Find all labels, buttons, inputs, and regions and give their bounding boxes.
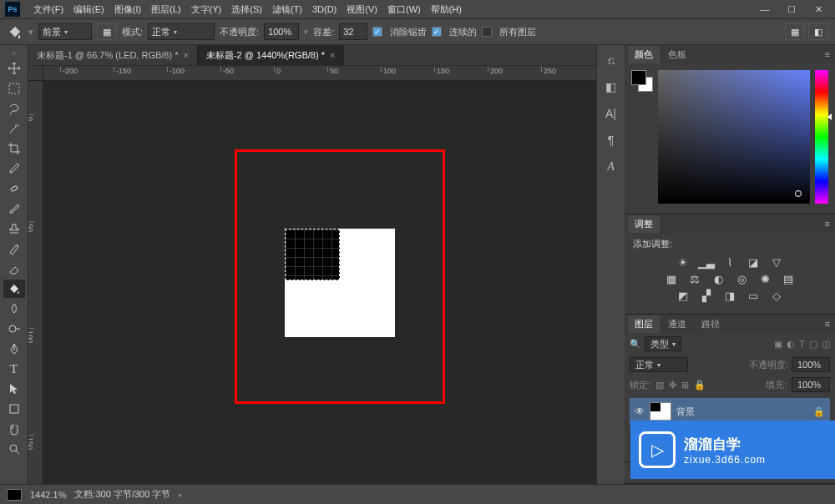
eraser-tool[interactable] bbox=[3, 260, 25, 278]
gradient-map-icon[interactable]: ▭ bbox=[746, 289, 761, 302]
tab-channels[interactable]: 通道 bbox=[661, 315, 693, 333]
maximize-button[interactable]: ☐ bbox=[780, 2, 803, 17]
tab-swatches[interactable]: 色板 bbox=[661, 46, 693, 63]
menu-window[interactable]: 窗口(W) bbox=[382, 2, 426, 18]
pen-tool[interactable] bbox=[3, 340, 25, 358]
lock-artboard-icon[interactable]: ⊞ bbox=[681, 380, 689, 391]
marquee-tool[interactable] bbox=[3, 79, 25, 98]
workspace-grid-icon[interactable]: ▦ bbox=[785, 23, 805, 40]
visibility-icon[interactable]: 👁 bbox=[635, 406, 645, 417]
fill-dropdown[interactable]: 前景▾ bbox=[38, 23, 92, 40]
blur-tool[interactable] bbox=[3, 300, 25, 318]
opacity-input[interactable]: 100% bbox=[264, 23, 299, 40]
threshold-icon[interactable]: ◨ bbox=[722, 289, 737, 302]
panel-menu-icon[interactable]: ≡ bbox=[825, 319, 830, 329]
menu-layer[interactable]: 图层(L) bbox=[146, 2, 185, 18]
menu-help[interactable]: 帮助(H) bbox=[426, 2, 467, 18]
lasso-tool[interactable] bbox=[3, 99, 25, 118]
brush-tool[interactable] bbox=[3, 199, 25, 218]
invert-icon[interactable]: ◩ bbox=[676, 289, 691, 302]
hand-tool[interactable] bbox=[3, 420, 25, 438]
properties-panel-icon[interactable]: ◧ bbox=[603, 78, 620, 95]
filter-type-icon[interactable]: T bbox=[799, 339, 805, 350]
color-field[interactable] bbox=[658, 70, 810, 204]
bw-icon[interactable]: ◐ bbox=[711, 272, 726, 285]
eyedropper-tool[interactable] bbox=[3, 159, 25, 178]
pattern-picker[interactable]: ▦ bbox=[97, 23, 117, 40]
paragraph-panel-icon[interactable]: ¶ bbox=[603, 132, 620, 149]
panel-menu-icon[interactable]: ≡ bbox=[825, 49, 830, 59]
mode-dropdown[interactable]: 正常▾ bbox=[148, 23, 215, 40]
tab-color[interactable]: 颜色 bbox=[628, 46, 660, 63]
crop-tool[interactable] bbox=[3, 139, 25, 158]
menu-edit[interactable]: 编辑(E) bbox=[68, 2, 109, 18]
tolerance-input[interactable]: 32 bbox=[339, 23, 367, 40]
bucket-tool[interactable] bbox=[3, 280, 25, 298]
levels-icon[interactable]: ▁▃ bbox=[699, 255, 714, 269]
vibrance-icon[interactable]: ▽ bbox=[769, 255, 784, 269]
layer-opacity-input[interactable]: 100% bbox=[792, 357, 830, 372]
close-icon[interactable]: × bbox=[184, 50, 189, 60]
character-panel-icon[interactable]: A| bbox=[603, 105, 620, 122]
filter-type-select[interactable]: 类型▾ bbox=[645, 336, 681, 351]
menu-filter[interactable]: 滤镜(T) bbox=[267, 2, 307, 18]
toolbox-collapse-icon[interactable]: « bbox=[0, 48, 28, 58]
blend-mode-select[interactable]: 正常▾ bbox=[630, 357, 688, 372]
menu-type[interactable]: 文字(Y) bbox=[186, 2, 227, 18]
document-tab[interactable]: 未标题-2 @ 1440%(RGB/8) * × bbox=[198, 45, 344, 65]
all-layers-checkbox[interactable] bbox=[482, 27, 492, 37]
menu-view[interactable]: 视图(V) bbox=[342, 2, 382, 18]
lookup-icon[interactable]: ▤ bbox=[781, 272, 796, 285]
close-icon[interactable]: × bbox=[330, 50, 335, 60]
stamp-tool[interactable] bbox=[3, 219, 25, 238]
brightness-icon[interactable]: ☀ bbox=[676, 255, 691, 269]
lock-position-icon[interactable]: ✥ bbox=[669, 380, 676, 391]
filter-shape-icon[interactable]: ▢ bbox=[809, 339, 817, 350]
antialias-checkbox[interactable]: ✓ bbox=[372, 27, 382, 37]
type-tool[interactable]: T bbox=[3, 360, 25, 378]
history-panel-icon[interactable]: ⎌ bbox=[603, 52, 620, 68]
tab-paths[interactable]: 路径 bbox=[695, 315, 726, 333]
close-button[interactable]: ✕ bbox=[807, 2, 830, 17]
hue-slider[interactable] bbox=[815, 70, 828, 204]
canvas-area[interactable]: -200-150-100-50050100150200250 050100150 bbox=[28, 66, 596, 484]
zoom-tool[interactable] bbox=[3, 440, 25, 458]
selective-color-icon[interactable]: ◇ bbox=[769, 289, 784, 302]
hue-icon[interactable]: ▦ bbox=[664, 272, 679, 285]
photo-filter-icon[interactable]: ◎ bbox=[734, 272, 749, 285]
menu-3d[interactable]: 3D(D) bbox=[307, 3, 342, 16]
balance-icon[interactable]: ⚖ bbox=[687, 272, 702, 285]
history-brush-tool[interactable] bbox=[3, 239, 25, 258]
document-tab[interactable]: 未标题-1 @ 66.7% (LED, RGB/8) * × bbox=[28, 45, 198, 65]
menu-select[interactable]: 选择(S) bbox=[226, 2, 267, 18]
lock-pixels-icon[interactable]: ▨ bbox=[655, 380, 664, 391]
fg-bg-swatch[interactable] bbox=[631, 70, 653, 207]
contiguous-checkbox[interactable]: ✓ bbox=[432, 27, 442, 37]
menu-file[interactable]: 文件(F) bbox=[28, 2, 68, 18]
lock-all-icon[interactable]: 🔒 bbox=[694, 380, 706, 391]
mixer-icon[interactable]: ✺ bbox=[757, 272, 772, 285]
glyphs-panel-icon[interactable]: A bbox=[603, 159, 620, 175]
panel-menu-icon[interactable]: ≡ bbox=[825, 219, 830, 229]
tab-adjustments[interactable]: 调整 bbox=[628, 215, 660, 233]
path-select-tool[interactable] bbox=[3, 380, 25, 398]
wand-tool[interactable] bbox=[3, 119, 25, 138]
workspace-screen-icon[interactable]: ◧ bbox=[808, 23, 828, 40]
filter-adjust-icon[interactable]: ◐ bbox=[787, 339, 795, 350]
exposure-icon[interactable]: ◪ bbox=[746, 255, 761, 269]
filter-smart-icon[interactable]: ◫ bbox=[822, 339, 830, 350]
shape-tool[interactable] bbox=[3, 400, 25, 418]
zoom-level[interactable]: 1442.1% bbox=[30, 490, 66, 500]
menu-image[interactable]: 图像(I) bbox=[109, 2, 146, 18]
posterize-icon[interactable]: ▞ bbox=[699, 289, 714, 302]
move-tool[interactable] bbox=[3, 59, 25, 78]
curves-icon[interactable]: ⌇ bbox=[722, 255, 737, 269]
heal-tool[interactable] bbox=[3, 179, 25, 198]
tab-layers[interactable]: 图层 bbox=[628, 315, 660, 333]
filter-image-icon[interactable]: ▣ bbox=[774, 339, 782, 350]
doc-info-arrow-icon[interactable]: ▸ bbox=[179, 491, 183, 499]
dodge-tool[interactable] bbox=[3, 320, 25, 338]
layer-fill-input[interactable]: 100% bbox=[792, 377, 830, 392]
foreground-swatch[interactable] bbox=[631, 70, 646, 85]
minimize-button[interactable]: — bbox=[753, 2, 777, 17]
